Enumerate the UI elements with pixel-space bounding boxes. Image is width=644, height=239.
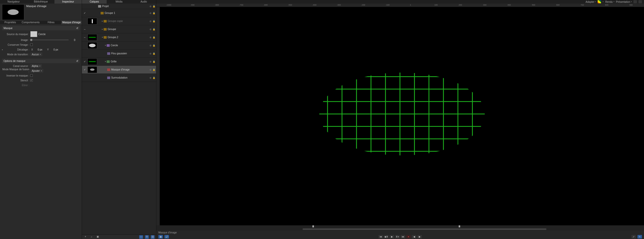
preserve-checkbox[interactable] [30, 43, 33, 46]
layer-checkbox[interactable]: – [83, 36, 86, 39]
layer-name[interactable]: Surmodulation [111, 76, 150, 79]
layer-checkbox[interactable]: ✓ [83, 12, 86, 14]
chevron-down-icon[interactable]: ▾ [603, 1, 604, 3]
lock-icon[interactable]: 🔒 [153, 60, 155, 63]
link-icon[interactable]: ⊘ [150, 5, 152, 8]
layer-row[interactable]: Projet⊘🔒 [82, 4, 156, 9]
transition-dropdown[interactable]: Aucun [30, 53, 42, 56]
fit-dropdown[interactable]: Adapter [586, 1, 596, 3]
reset-icon[interactable]: ↺ [76, 27, 78, 30]
next-frame-button[interactable]: ⏸▶ [395, 235, 400, 238]
layer-row[interactable]: ✓▾Grille⊘🔒 [82, 58, 156, 66]
disclosure-icon[interactable]: ▾ [101, 36, 104, 38]
layer-name[interactable]: Flou gaussien [111, 52, 150, 55]
link-icon[interactable]: ⊘ [150, 68, 152, 71]
marker-in[interactable] [312, 225, 314, 227]
image-value[interactable]: 0 [70, 39, 80, 41]
layer-checkbox[interactable]: ✓ [83, 60, 86, 63]
go-end-button[interactable]: ⏭ [401, 235, 405, 238]
lock-icon[interactable]: 🔒 [153, 12, 155, 14]
disclosure-icon[interactable]: ▸ [101, 20, 104, 22]
source-well[interactable] [30, 31, 37, 37]
timeline-markers[interactable] [156, 225, 644, 228]
layer-name[interactable]: Grille [111, 60, 150, 63]
layer-row[interactable]: Surmodulation⊘🔒 [82, 74, 156, 82]
prev-frame-button[interactable]: ◀⏸ [384, 235, 389, 238]
disclosure-icon[interactable]: ▸ [101, 28, 104, 30]
tab-layers[interactable]: Calques [82, 0, 107, 4]
channel-dropdown[interactable]: Alpha [30, 64, 42, 68]
stencil-checkbox[interactable] [30, 79, 33, 82]
search-icon[interactable]: ⌕ [90, 235, 94, 239]
loop-icon[interactable]: ↻ [637, 235, 642, 238]
ruler-vertical[interactable] [156, 7, 160, 225]
section-options[interactable]: Options de masque ↺ [2, 59, 80, 63]
add-layer-button[interactable]: + [83, 235, 87, 239]
layer-name[interactable]: Cercle [111, 44, 150, 47]
image-slider[interactable] [30, 40, 69, 40]
tab-inspector[interactable]: Inspecteur [54, 0, 82, 4]
x-value[interactable]: 0 px [35, 48, 45, 51]
lock-icon[interactable]: 🔒 [153, 52, 155, 55]
view-mode-1-icon[interactable]: ▭ [139, 235, 143, 239]
ruler-horizontal[interactable]: -1000-900-800-700-600-500-400-300-200-10… [156, 4, 644, 7]
layer-checkbox[interactable]: ✓ [83, 68, 86, 71]
color-icon[interactable] [598, 0, 601, 3]
layer-row[interactable]: ✓Groupe 1⊘🔒 [82, 9, 156, 17]
invert-checkbox[interactable] [30, 74, 33, 77]
layer-name[interactable]: Masque d'image [111, 68, 150, 71]
link-icon[interactable]: ⊘ [150, 36, 152, 39]
link-icon[interactable]: ⊘ [150, 44, 152, 47]
stack-icon[interactable]: ▣ [96, 235, 100, 239]
layer-checkbox[interactable]: – [83, 28, 86, 31]
scrollbar-horizontal[interactable] [156, 228, 644, 230]
y-value[interactable]: 0 px [51, 48, 61, 51]
presentation-dropdown[interactable]: Présentation [616, 1, 632, 3]
viewport[interactable] [160, 7, 644, 225]
section-mask[interactable]: Masque ↺ [2, 26, 80, 30]
link-icon[interactable]: ⊘ [150, 52, 152, 55]
layer-row[interactable]: –▾Groupe.2⊘🔒 [82, 33, 156, 41]
reset-options-icon[interactable]: ↺ [76, 60, 78, 62]
layer-row[interactable]: ▾Cercle⊘🔒 [82, 41, 156, 50]
link-icon[interactable]: ⊘ [150, 60, 152, 63]
layer-name[interactable]: Groupe.2 [108, 36, 150, 39]
disclosure-icon[interactable]: ▾ [104, 60, 107, 63]
timeline-toggle-icon[interactable]: ▦ [158, 235, 163, 238]
lock-icon[interactable]: 🔒 [153, 77, 155, 79]
lock-icon[interactable]: 🔒 [153, 28, 155, 31]
audio-icon[interactable]: 🔊 [164, 235, 169, 238]
fullscreen-icon[interactable] [638, 0, 642, 3]
render-dropdown[interactable]: Rendu [605, 1, 614, 3]
gear-icon[interactable]: ⚙ [145, 235, 149, 239]
tab-properties[interactable]: Propriétés [0, 21, 20, 24]
layer-row[interactable]: –▸Groupe⊘🔒 [82, 25, 156, 33]
lock-icon[interactable]: 🔒 [153, 5, 155, 8]
view-mode-2-icon[interactable]: ▥ [151, 235, 155, 239]
link-icon[interactable]: ⊘ [150, 28, 152, 31]
link-icon[interactable]: ⊘ [150, 20, 152, 22]
loop-next-button[interactable]: ▶ [417, 235, 422, 238]
tab-behaviors[interactable]: Comportements [20, 21, 41, 24]
tab-library[interactable]: Bibliothèque [27, 0, 54, 4]
layer-row[interactable]: Flou gaussien⊘🔒 [82, 50, 156, 58]
window-icon[interactable] [633, 0, 637, 3]
loop-prev-button[interactable]: ◀ [412, 235, 416, 238]
link-icon[interactable]: ⊘ [150, 77, 152, 79]
blend-dropdown[interactable]: Ajouter [30, 69, 43, 73]
lock-icon[interactable]: 🔒 [153, 36, 155, 39]
disclosure-icon[interactable]: ▾ [104, 44, 107, 46]
link-icon[interactable]: ⊘ [150, 12, 152, 14]
layer-row[interactable]: ▸Groupe copie⊘🔒 [82, 17, 156, 25]
marker-out[interactable] [459, 225, 460, 227]
offset-disclosure[interactable]: ▸ [2, 49, 4, 51]
lock-icon[interactable]: 🔒 [153, 20, 155, 22]
layer-name[interactable]: Groupe [108, 28, 150, 31]
tab-audio[interactable]: Audio [131, 0, 156, 4]
tab-navigator[interactable]: Navigateur [0, 0, 27, 4]
tab-mask[interactable]: Masque d'image [61, 21, 82, 24]
go-start-button[interactable]: ⏮ [378, 235, 383, 238]
layer-name[interactable]: Groupe copie [108, 20, 150, 22]
expand-icon[interactable]: ⤢ [631, 235, 636, 238]
play-button[interactable]: ▶ [390, 235, 394, 238]
